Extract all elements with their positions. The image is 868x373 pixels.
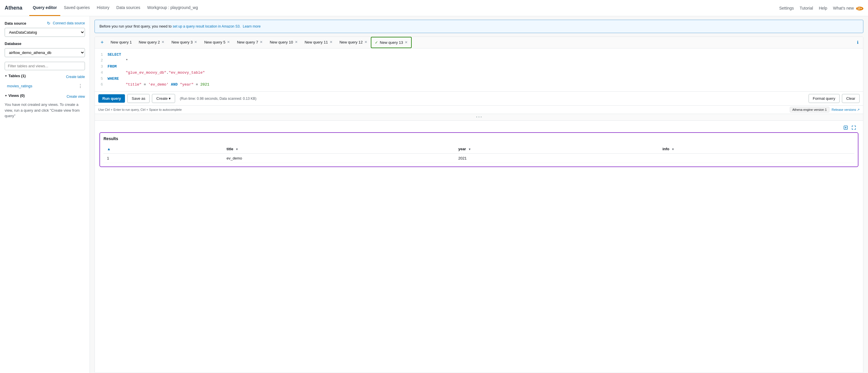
results-title: Results bbox=[103, 136, 855, 141]
tab-close-icon[interactable]: ✕ bbox=[405, 40, 408, 45]
tab-close-icon[interactable]: ✕ bbox=[260, 40, 263, 44]
keyword-where: WHERE bbox=[107, 77, 119, 81]
editor-area[interactable]: 1 SELECT 2 * 3 FROM bbox=[95, 49, 863, 92]
tabs-row: + New query 1 New query 2 ✕ New query 3 … bbox=[95, 37, 863, 49]
results-area: Results ▲ title ▼ bbox=[95, 121, 863, 373]
create-button[interactable]: Create ▾ bbox=[152, 94, 175, 103]
export-results-button[interactable] bbox=[843, 125, 848, 131]
create-button-label: Create bbox=[156, 96, 167, 101]
code-line-3: 3 FROM bbox=[95, 64, 863, 70]
tab-close-icon[interactable]: ✕ bbox=[194, 40, 197, 44]
cell-year: 2021 bbox=[455, 154, 659, 163]
fullscreen-results-button[interactable] bbox=[851, 125, 856, 131]
tab-new-query-13[interactable]: ✓ New query 13 ✕ bbox=[371, 37, 412, 48]
code-line-1: 1 SELECT bbox=[95, 52, 863, 58]
line-number: 2 bbox=[98, 58, 103, 64]
s3-setup-link[interactable]: set up a query result location in Amazon… bbox=[173, 24, 241, 28]
tab-close-icon[interactable]: ✕ bbox=[227, 40, 230, 44]
nav-whats-new[interactable]: What's new 10+ bbox=[833, 6, 863, 10]
code-line-6: 6 "title" = 'ev_demo' AND "year" = 2021 bbox=[95, 82, 863, 88]
tab-label: New query 2 bbox=[139, 40, 160, 45]
database-select[interactable]: airflow_demo_athena_db bbox=[5, 48, 85, 57]
tab-new-query-5[interactable]: New query 5 ✕ bbox=[200, 37, 234, 48]
tab-close-icon[interactable]: ✕ bbox=[365, 40, 367, 44]
engine-version-badge: Athena engine version 1 bbox=[790, 107, 830, 113]
tab-new-query-12[interactable]: New query 12 ✕ bbox=[336, 37, 371, 48]
tab-new-query-3[interactable]: New query 3 ✕ bbox=[168, 37, 200, 48]
create-table-link[interactable]: Create table bbox=[66, 75, 85, 79]
keyword-and: AND bbox=[171, 82, 178, 87]
tab-label: New query 1 bbox=[111, 40, 132, 45]
tab-new-query-2[interactable]: New query 2 ✕ bbox=[135, 37, 168, 48]
tables-collapse[interactable]: Tables (1) bbox=[5, 74, 26, 78]
nav-history[interactable]: History bbox=[93, 0, 113, 16]
clear-button[interactable]: Clear bbox=[842, 94, 860, 103]
nav-data-sources[interactable]: Data sources bbox=[113, 0, 144, 16]
tables-label: Tables (1) bbox=[8, 74, 26, 78]
col-title[interactable]: title ▼ bbox=[223, 144, 455, 154]
tab-close-icon[interactable]: ✕ bbox=[295, 40, 298, 44]
nav-saved-queries[interactable]: Saved queries bbox=[60, 0, 93, 16]
whats-new-badge: 10+ bbox=[856, 7, 863, 10]
connect-data-source-link[interactable]: Connect data source bbox=[53, 21, 85, 25]
title-sort-icon: ▼ bbox=[236, 148, 238, 151]
format-query-button[interactable]: Format query bbox=[809, 94, 840, 103]
sort-asc-icon[interactable]: ▲ bbox=[107, 147, 111, 151]
refresh-button[interactable]: ↻ bbox=[47, 21, 51, 26]
nav-workgroup[interactable]: Workgroup : playground_wg bbox=[144, 0, 202, 16]
tab-close-icon[interactable]: ✕ bbox=[330, 40, 333, 44]
save-as-button[interactable]: Save as bbox=[127, 94, 150, 103]
release-versions-link[interactable]: Release versions ↗ bbox=[832, 108, 860, 112]
data-source-label: Data source bbox=[5, 21, 26, 26]
views-label: Views (0) bbox=[8, 93, 25, 98]
col-info[interactable]: info ▼ bbox=[659, 144, 855, 154]
learn-more-link[interactable]: Learn more bbox=[243, 24, 260, 28]
col-year[interactable]: year ▼ bbox=[455, 144, 659, 154]
line-number: 5 bbox=[98, 76, 103, 82]
tab-new-query-1[interactable]: New query 1 bbox=[107, 37, 135, 48]
tab-new-query-7[interactable]: New query 7 ✕ bbox=[234, 37, 266, 48]
create-view-link[interactable]: Create view bbox=[67, 94, 85, 98]
database-label: Database bbox=[5, 41, 85, 46]
tables-section-header: Tables (1) Create table bbox=[5, 74, 85, 80]
string-year: "year" bbox=[180, 82, 194, 87]
tab-info-icon[interactable]: ℹ bbox=[855, 38, 861, 47]
tab-label: New query 7 bbox=[237, 40, 258, 45]
tab-close-icon[interactable]: ✕ bbox=[161, 40, 164, 44]
filter-tables-input[interactable] bbox=[5, 62, 85, 70]
nav-help[interactable]: Help bbox=[819, 6, 827, 10]
tab-new-query-11[interactable]: New query 11 ✕ bbox=[301, 37, 336, 48]
row-number: 1 bbox=[103, 154, 223, 163]
number-2021: 2021 bbox=[200, 82, 209, 87]
drag-handle[interactable]: • • • bbox=[95, 114, 863, 121]
nav-settings[interactable]: Settings bbox=[779, 6, 794, 10]
code-content: SELECT bbox=[107, 52, 121, 58]
line-number: 6 bbox=[98, 82, 103, 88]
keyword-select: SELECT bbox=[107, 53, 121, 57]
nav-tutorial[interactable]: Tutorial bbox=[800, 6, 813, 10]
nav-right: Settings Tutorial Help What's new 10+ bbox=[779, 6, 863, 10]
code-line-4: 4 "glue_ev_moovy_db"."ev_moovy_table" bbox=[95, 70, 863, 76]
nav-query-editor[interactable]: Query editor bbox=[29, 0, 60, 16]
run-stats: (Run time: 0.98 seconds, Data scanned: 0… bbox=[180, 96, 256, 101]
table-options-icon[interactable]: ⋮ bbox=[78, 83, 83, 89]
table-row: 1 ev_demo 2021 bbox=[103, 154, 855, 163]
tab-label: New query 3 bbox=[171, 40, 192, 45]
code-content: * bbox=[107, 58, 128, 64]
cell-title: ev_demo bbox=[223, 154, 455, 163]
tab-new-query-10[interactable]: New query 10 ✕ bbox=[266, 37, 301, 48]
views-collapse[interactable]: Views (0) bbox=[5, 93, 25, 98]
hint-bar: Use Ctrl + Enter to run query, Ctrl + Sp… bbox=[95, 105, 863, 114]
results-icons bbox=[99, 124, 859, 132]
tab-label: New query 5 bbox=[204, 40, 225, 45]
data-source-select[interactable]: AwsDataCatalog bbox=[5, 28, 85, 37]
create-dropdown-icon: ▾ bbox=[169, 96, 171, 101]
line-number: 4 bbox=[98, 70, 103, 76]
views-empty-text: You have not created any views. To creat… bbox=[5, 102, 85, 119]
add-tab-button[interactable]: + bbox=[97, 37, 107, 48]
code-editor[interactable]: 1 SELECT 2 * 3 FROM bbox=[95, 49, 863, 92]
table-item[interactable]: movies_ratings ⋮ bbox=[5, 82, 85, 90]
info-banner: Before you run your first query, you nee… bbox=[94, 20, 863, 33]
run-query-button[interactable]: Run query bbox=[98, 94, 125, 103]
code-content: FROM bbox=[107, 64, 117, 70]
